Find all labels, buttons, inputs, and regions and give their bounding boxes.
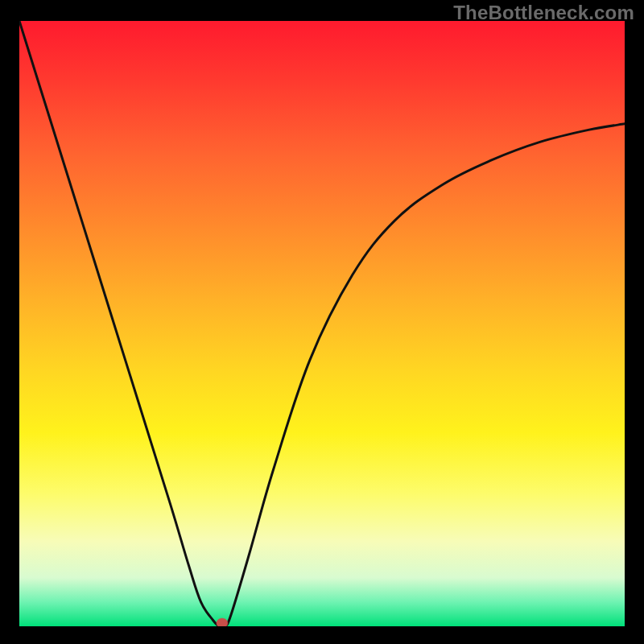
bottleneck-curve: [19, 21, 625, 626]
curve-svg: [19, 21, 625, 626]
minimum-marker: [217, 618, 228, 626]
watermark-text: TheBottleneck.com: [453, 2, 634, 24]
plot-area: [19, 21, 625, 626]
chart-frame: TheBottleneck.com: [0, 0, 644, 644]
